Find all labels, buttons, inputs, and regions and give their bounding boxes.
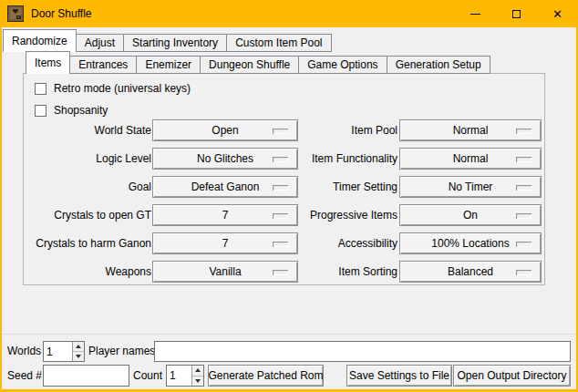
goal-dropdown[interactable]: Defeat Ganon [152,176,298,198]
minimize-button[interactable] [455,0,496,27]
seed-label: Seed # [7,365,42,387]
main-tabbar: Randomize Adjust Starting Inventory Cust… [3,29,332,52]
count-spinner-arrows [191,366,203,386]
checkbox-icon [35,105,46,117]
logic-level-dropdown[interactable]: No Glitches [152,148,298,170]
item-pool-value: Normal [453,124,489,137]
goal-label: Goal [24,176,151,198]
triangle-up-icon [76,345,81,348]
triangle-down-icon [195,379,201,383]
shopsanity-label: Shopsanity [54,104,108,117]
maximize-button[interactable] [496,0,537,27]
seed-input[interactable] [44,366,129,386]
crystals-ganon-label: Crystals to harm Ganon [24,232,151,254]
dropdown-indicator-icon [516,242,532,247]
item-sorting-dropdown[interactable]: Balanced [399,261,542,283]
item-functionality-label: Item Functionality [279,148,397,170]
maximize-icon [512,10,521,18]
titlebar[interactable]: Door Shuffle ✕ [0,0,578,27]
accessibility-value: 100% Locations [431,237,509,250]
shopsanity-checkbox[interactable]: Shopsanity [35,103,108,118]
tab-enemizer[interactable]: Enemizer [136,56,201,74]
seed-entry[interactable] [43,365,129,387]
sub-tabbar: Items Entrances Enemizer Dungeon Shuffle… [26,51,490,74]
item-functionality-dropdown[interactable]: Normal [399,148,542,170]
checkbox-icon [35,83,46,95]
spin-up-button[interactable] [73,342,84,352]
crystals-gt-label: Crystals to open GT [24,204,151,226]
dropdown-indicator-icon [516,185,532,191]
progressive-items-value: On [463,209,478,222]
door-shuffle-window: Door Shuffle ✕ Randomize Adjust Starting… [0,0,578,392]
dropdown-indicator-icon [516,129,532,134]
close-button[interactable]: ✕ [537,0,578,27]
spin-down-button[interactable] [192,377,203,387]
progressive-items-label: Progressive Items [279,204,397,226]
crystals-gt-value: 7 [222,209,229,222]
dropdown-indicator-icon [516,213,532,219]
accessibility-dropdown[interactable]: 100% Locations [399,232,542,254]
weapons-value: Vanilla [209,265,241,278]
worlds-spinner[interactable] [43,341,85,362]
logic-level-value: No Glitches [197,152,253,165]
tab-starting-inventory[interactable]: Starting Inventory [123,34,227,52]
triangle-up-icon [195,368,201,372]
spin-down-button[interactable] [73,352,84,361]
count-input[interactable] [167,366,191,386]
generate-patched-rom-button[interactable]: Generate Patched Rom [208,365,324,387]
window-controls: ✕ [455,0,578,27]
tab-adjust[interactable]: Adjust [76,34,124,52]
world-state-dropdown[interactable]: Open [152,119,298,141]
logic-level-label: Logic Level [24,148,151,170]
dropdown-indicator-icon [516,157,532,162]
retro-mode-label: Retro mode (universal keys) [54,82,191,95]
accessibility-label: Accessibility [279,232,397,254]
timer-setting-label: Timer Setting [279,176,397,198]
player-names-entry[interactable] [154,341,571,362]
spin-up-button[interactable] [192,366,203,377]
door-icon [7,5,24,22]
weapons-label: Weapons [24,261,151,283]
item-sorting-value: Balanced [448,265,493,278]
world-state-value: Open [212,124,238,137]
item-functionality-value: Normal [453,152,489,165]
count-label: Count [133,365,162,387]
tab-custom-item-pool[interactable]: Custom Item Pool [226,34,331,52]
player-names-input[interactable] [155,342,570,361]
crystals-ganon-dropdown[interactable]: 7 [152,232,298,254]
open-output-directory-button[interactable]: Open Output Directory [453,365,571,387]
notebook-bottom-divider [2,334,576,335]
progressive-items-dropdown[interactable]: On [399,204,542,226]
item-pool-label: Item Pool [279,119,397,141]
minimize-icon [470,14,480,15]
item-sorting-label: Item Sorting [279,261,397,283]
retro-mode-checkbox[interactable]: Retro mode (universal keys) [35,81,191,96]
dropdown-indicator-icon [516,270,532,275]
tab-entrances[interactable]: Entrances [69,56,137,74]
worlds-spinner-arrows [72,342,84,361]
worlds-input[interactable] [44,342,72,361]
item-pool-dropdown[interactable]: Normal [399,119,542,141]
crystals-ganon-value: 7 [222,237,229,250]
tab-generation-setup[interactable]: Generation Setup [387,56,490,74]
timer-setting-value: No Timer [449,181,493,193]
save-settings-button[interactable]: Save Settings to File [346,365,452,387]
tab-randomize[interactable]: Randomize [3,29,77,52]
tab-game-options[interactable]: Game Options [298,56,387,74]
worlds-label: Worlds [7,341,41,362]
weapons-dropdown[interactable]: Vanilla [152,261,298,283]
items-panel: Retro mode (universal keys) Shopsanity W… [23,73,545,285]
world-state-label: World State [24,119,151,141]
window-title: Door Shuffle [31,7,92,20]
tab-items[interactable]: Items [26,51,70,74]
tab-dungeon-shuffle[interactable]: Dungeon Shuffle [200,56,299,74]
close-icon: ✕ [552,8,563,20]
count-spinner[interactable] [166,365,204,387]
timer-setting-dropdown[interactable]: No Timer [399,176,542,198]
triangle-down-icon [76,355,81,358]
player-names-label: Player names [88,341,155,362]
goal-value: Defeat Ganon [191,181,260,193]
crystals-gt-dropdown[interactable]: 7 [152,204,298,226]
